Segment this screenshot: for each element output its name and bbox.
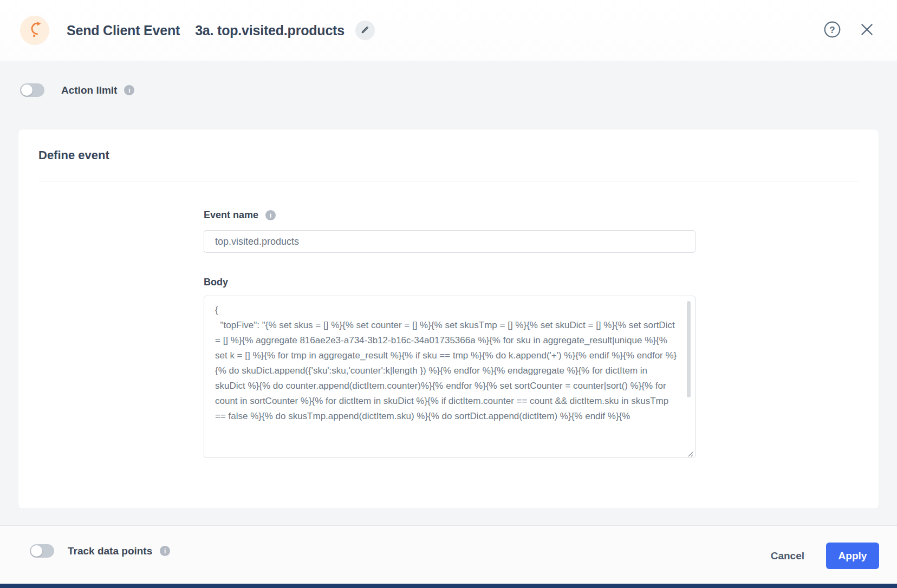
define-event-heading: Define event (38, 148, 109, 162)
send-client-event-icon (26, 21, 43, 40)
info-icon[interactable]: i (160, 546, 170, 556)
pencil-icon (361, 25, 369, 35)
event-name-label-row: Event name i (204, 210, 276, 221)
body-label-row: Body (204, 277, 228, 288)
edit-name-button[interactable] (355, 21, 375, 40)
info-icon[interactable]: i (265, 210, 276, 220)
toggle-knob (31, 545, 42, 557)
track-data-points-toggle[interactable] (30, 544, 54, 558)
footer-actions: Cancel Apply (771, 543, 879, 569)
body-label: Body (204, 277, 228, 288)
cancel-button[interactable]: Cancel (771, 550, 804, 562)
modal-header: Send Client Event 3a. top.visited.produc… (0, 0, 897, 61)
textarea-scrollbar[interactable] (687, 301, 691, 397)
action-badge (20, 16, 49, 45)
apply-button[interactable]: Apply (826, 543, 879, 569)
svg-text:?: ? (829, 25, 835, 35)
page-title: Send Client Event (67, 23, 180, 38)
textarea-resize-handle[interactable] (687, 449, 693, 459)
body-textarea[interactable]: { "topFive": "{% set skus = [] %}{% set … (204, 296, 696, 458)
help-button[interactable]: ? (823, 21, 841, 40)
track-data-points-label: Track data points (68, 545, 152, 557)
action-limit-label: Action limit (61, 84, 117, 96)
modal-footer: Track data points i Cancel Apply (0, 525, 897, 584)
info-icon[interactable]: i (124, 85, 134, 95)
event-name-label: Event name (204, 210, 258, 221)
card-divider (38, 181, 859, 181)
close-icon (860, 22, 874, 38)
action-name: 3a. top.visited.products (195, 23, 344, 38)
action-limit-toggle[interactable] (20, 83, 44, 97)
define-event-card: Define event Event name i Body { "topFiv… (18, 129, 879, 509)
close-button[interactable] (860, 22, 874, 38)
background-app-bar (0, 584, 897, 588)
event-name-input[interactable] (204, 230, 696, 253)
help-icon: ? (823, 21, 841, 40)
track-data-points-row: Track data points i (30, 544, 170, 558)
toggle-knob (21, 84, 32, 96)
action-limit-row: Action limit i (20, 83, 134, 97)
